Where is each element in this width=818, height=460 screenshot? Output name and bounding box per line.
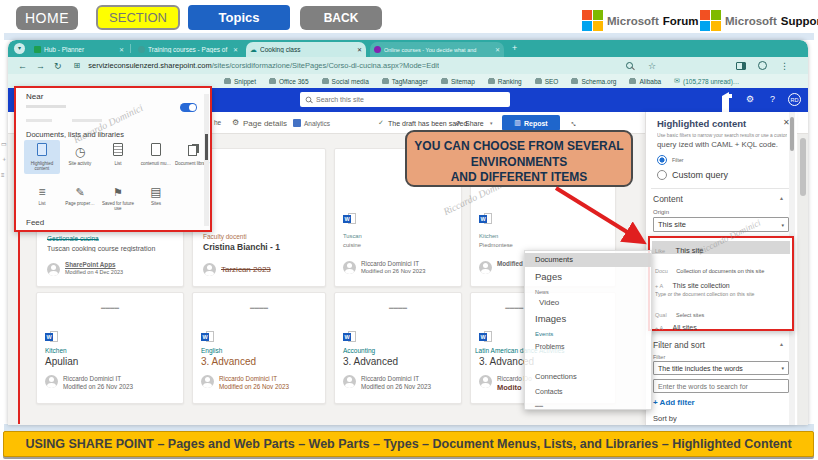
share-button[interactable]: Share <box>465 120 484 127</box>
suite-search-input[interactable] <box>316 96 486 103</box>
expand-icon[interactable]: ↔ <box>568 116 581 129</box>
menu-item-news[interactable]: News <box>525 289 651 295</box>
bookmark-item[interactable]: Alibaba <box>629 78 661 85</box>
folder-icon <box>322 79 329 84</box>
analytics-button[interactable]: Analytics <box>304 120 330 127</box>
browser-scrollbar[interactable] <box>798 134 808 425</box>
forward-nav-icon[interactable]: → <box>36 61 45 71</box>
section-filter-sort-label[interactable]: Filter and sort <box>653 340 705 350</box>
bookmark-item[interactable]: Snippet <box>224 78 256 85</box>
edge-mini-icons: ▭ ＋ ≡ <box>1 140 7 178</box>
microsoft-wordmark: Microsoft <box>607 15 659 27</box>
tab-cooking-class[interactable]: ☁ Cooking class ✕ <box>246 42 366 57</box>
tab-close-icon[interactable]: ✕ <box>119 46 124 53</box>
origin-option-all-sites[interactable]: + A All sites <box>655 316 697 334</box>
origin-option-document-collection[interactable]: Type or the document collection on this … <box>655 291 791 297</box>
card-english-advanced[interactable]: ▬▬▬▬ W English 3. Advanced Riccardo Domi… <box>192 292 326 404</box>
search-icon[interactable] <box>626 62 633 69</box>
menu-item-contacts[interactable]: Contacts <box>525 388 651 395</box>
tile-saved-for-future[interactable]: ⚑ Saved for future use <box>100 180 136 214</box>
tile-page-properties[interactable]: ✎ Page proper… <box>62 180 98 208</box>
card-cristina-bianchi[interactable]: Faculty docenti Cristina Bianchi - 1 Tar… <box>192 148 326 287</box>
chevron-down-icon: ▾ <box>781 222 784 228</box>
apps-icon[interactable]: ≡ <box>1 172 7 178</box>
bookmark-item[interactable]: Office 365 <box>269 78 309 85</box>
new-tab-button[interactable]: + <box>512 43 517 53</box>
filter-words-input[interactable] <box>653 379 789 393</box>
bookmark-star-icon[interactable]: ☆ <box>648 61 656 71</box>
bookmark-item[interactable]: Social media <box>322 78 369 85</box>
tab-search-button[interactable]: ▾ <box>14 43 25 54</box>
bookmark-item[interactable]: TagManager <box>382 78 428 85</box>
browser-menu-icon[interactable]: ⋮ <box>780 61 789 71</box>
share-chevron-icon[interactable]: ▾ <box>490 120 493 126</box>
picker-scrollbar[interactable] <box>204 94 209 226</box>
tile-list[interactable]: List <box>100 140 136 168</box>
chevron-up-icon[interactable]: ▴ <box>780 194 783 201</box>
pane-desc: query ized with CAML + KQL code. <box>657 140 778 149</box>
menu-item-events[interactable]: Events <box>525 331 651 337</box>
tile-contenuti[interactable]: contenuti mu… <box>138 140 174 168</box>
menu-item-video[interactable]: Video <box>525 298 651 307</box>
refresh-icon[interactable]: ↻ <box>54 61 62 71</box>
site-info-icon[interactable]: ⊞ <box>74 61 81 70</box>
menu-item-connections[interactable]: Connections <box>525 372 651 381</box>
tab-training-courses[interactable]: Training courses - Pages of ✕ <box>134 42 242 57</box>
profile-icon[interactable] <box>758 61 767 70</box>
picker-toggle[interactable] <box>180 103 197 112</box>
page-details-button[interactable]: Page details <box>243 119 287 128</box>
comment-icon[interactable]: ▭ <box>1 140 7 147</box>
origin-option-site-collection[interactable]: + A This site collection <box>655 274 730 292</box>
card-tag: Tuscan <box>343 233 362 239</box>
tile-site-activity[interactable]: ◷ Site activity <box>62 140 98 168</box>
scrollbar-thumb[interactable] <box>800 138 806 196</box>
tab-title: Hub - Planner <box>44 46 116 53</box>
card-tag: Accounting <box>343 347 375 354</box>
help-icon[interactable]: ? <box>770 94 775 104</box>
section-button[interactable]: SECTION <box>96 5 180 30</box>
card-apulian[interactable]: ▬▬▬▬ W Kitchen Apulian Riccardo Dominici… <box>36 292 184 404</box>
tab-online-courses[interactable]: Online courses - You decide what and ✕ <box>370 42 504 57</box>
radio-custom-query[interactable] <box>657 170 667 180</box>
home-button[interactable]: HOME <box>16 6 78 30</box>
chevron-up-icon[interactable]: ▴ <box>780 340 783 347</box>
bookmark-item[interactable]: Ranking <box>488 78 522 85</box>
origin-select[interactable]: This site ▾ <box>653 217 789 232</box>
menu-item-documents[interactable]: Documents <box>525 253 651 267</box>
account-avatar[interactable]: RD <box>788 93 801 106</box>
tile-list-2[interactable]: ≡ List <box>24 180 60 208</box>
url-bar[interactable]: servizieconsulenzerd.sharepoint.com/site… <box>88 61 439 70</box>
scrollbar-thumb[interactable] <box>790 117 794 151</box>
tab-close-icon[interactable]: ✕ <box>357 46 362 53</box>
tab-separator <box>130 44 131 53</box>
bookmark-item[interactable]: Schema.org <box>571 78 616 85</box>
menu-item-pages[interactable]: Pages <box>525 271 651 282</box>
back-button[interactable]: BACK <box>300 6 382 30</box>
tab-close-icon[interactable]: ✕ <box>495 46 500 53</box>
tile-sites[interactable]: ▤ Sites <box>138 180 174 208</box>
menu-item-images[interactable]: Images <box>525 313 651 324</box>
filter-type-select[interactable]: The title includes the words ▾ <box>653 361 789 375</box>
menu-item-problems[interactable]: Problems <box>525 343 651 350</box>
repost-button[interactable]: ▥ Repost <box>502 115 560 131</box>
tab-close-icon[interactable]: ✕ <box>233 46 238 53</box>
tile-highlighted-content[interactable]: Highlighted content <box>24 140 60 174</box>
add-filter-link[interactable]: + Add filter <box>653 398 695 407</box>
add-icon[interactable]: ＋ <box>1 155 7 164</box>
footer-banner: USING SHARE POINT – Pages and Web Parts … <box>3 431 814 457</box>
tab-hub-planner[interactable]: Hub - Planner ✕ <box>30 42 128 57</box>
bookmark-unread-mail[interactable]: ✉(105,278 unread)… <box>674 77 739 85</box>
back-nav-icon[interactable]: ← <box>18 61 27 71</box>
topics-button[interactable]: Topics <box>188 5 290 30</box>
bookmark-item[interactable]: Sitemap <box>441 78 475 85</box>
scrollbar-thumb[interactable] <box>205 134 208 160</box>
suite-search-box[interactable] <box>300 92 510 107</box>
microsoft-support-logo: Microsoft Support <box>700 10 818 31</box>
side-panel-icon[interactable] <box>736 62 746 70</box>
bookmark-item[interactable]: SEO <box>535 78 559 85</box>
browser-toolbar: ← → ↻ ⊞ servizieconsulenzerd.sharepoint.… <box>8 57 808 74</box>
radio-filter[interactable] <box>657 155 667 165</box>
list-doc-icon <box>113 143 123 156</box>
settings-gear-icon[interactable]: ⚙ <box>746 94 754 104</box>
card-accounting-advanced[interactable]: ▬▬▬▬ W Accounting 3. Advanced Riccardo D… <box>334 292 462 404</box>
